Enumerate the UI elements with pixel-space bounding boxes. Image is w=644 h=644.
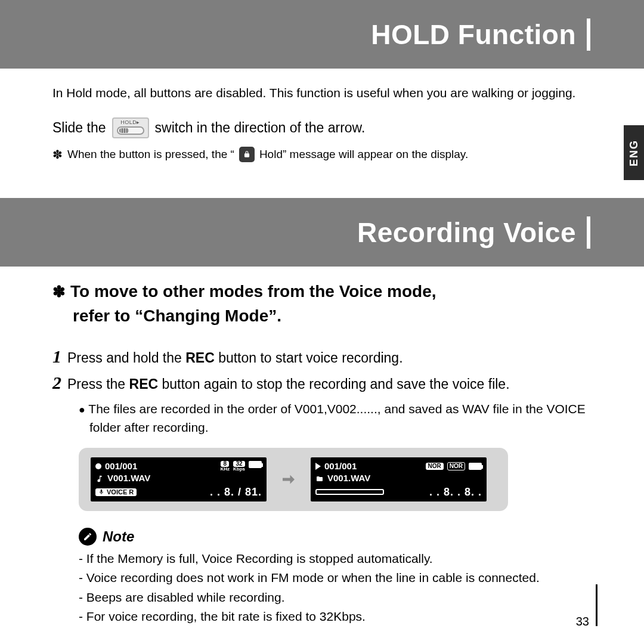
step-number: 2 <box>52 373 61 393</box>
slide-text-before: Slide the <box>52 120 106 136</box>
step-text: Press the REC button again to stop the r… <box>67 374 510 395</box>
folder-icon <box>315 475 324 482</box>
elapsed-time: . . 8. . 8. . <box>429 485 482 499</box>
track-counter: 001/001 <box>105 461 137 472</box>
microphone-icon <box>98 488 104 496</box>
note-item: If the Memory is full, Voice Recording i… <box>79 549 592 569</box>
track-counter: 001/001 <box>324 461 357 472</box>
crossref-line2: refer to “Changing Mode”. <box>73 304 592 329</box>
note-heading: Note <box>79 528 592 546</box>
slide-text-after: switch in the direction of the arrow. <box>155 120 366 136</box>
subnote-before: When the button is pressed, the “ <box>67 148 234 161</box>
section-title: Recording Voice <box>357 216 576 249</box>
hold-subnote: ✽ When the button is pressed, the “ Hold… <box>52 147 592 162</box>
step-number: 1 <box>52 346 61 367</box>
note-item: Voice recording does not work in FM mode… <box>79 568 592 588</box>
page-number: 33 <box>576 615 589 628</box>
nor-badge-inverse: NOR <box>447 462 465 471</box>
hold-intro-text: In Hold mode, all buttons are disabled. … <box>52 84 592 102</box>
lcd-screen-recording: 001/001 8KHz 32Kbps V001.WAV <box>91 457 267 501</box>
section-header-hold: HOLD Function <box>0 0 644 69</box>
hold-switch-icon: HOLD▸ <box>112 117 149 138</box>
subnote-after: Hold” message will appear on the display… <box>259 148 468 161</box>
pencil-circle-icon <box>79 528 97 546</box>
language-label: ENG <box>628 140 640 166</box>
progress-bar <box>315 489 384 495</box>
bullet-icon: ● <box>79 404 85 416</box>
play-icon <box>315 463 321 470</box>
lcd-screen-playback: 001/001 NOR NOR V001.WAV . . <box>311 457 487 501</box>
note-item: Beeps are disabled while recording. <box>79 588 592 608</box>
lcd-preview: 001/001 8KHz 32Kbps V001.WAV <box>79 448 508 511</box>
header-divider <box>587 216 590 249</box>
asterisk-icon: ✽ <box>52 147 63 162</box>
crossref-line1: To move to other modes from the Voice mo… <box>70 282 436 301</box>
margin-rule <box>596 584 597 626</box>
filename: V001.WAV <box>327 473 370 484</box>
elapsed-time: . . 8. / 81. <box>210 485 262 499</box>
cross-reference: ✽To move to other modes from the Voice m… <box>52 280 592 328</box>
battery-icon <box>249 461 262 468</box>
hold-switch-label: HOLD▸ <box>120 120 140 125</box>
step-2: 2 Press the REC button again to stop the… <box>52 373 592 395</box>
section-header-recording: Recording Voice <box>0 198 644 267</box>
step-list: 1 Press and hold the REC button to start… <box>52 346 592 395</box>
bitrate-readout: 8KHz 32Kbps <box>220 461 262 472</box>
music-note-icon <box>95 475 104 483</box>
asterisk-icon: ✽ <box>52 283 66 301</box>
header-divider <box>587 18 590 51</box>
note-label: Note <box>103 528 134 545</box>
note-item: For voice recording, the bit rate is fix… <box>79 607 592 627</box>
nor-badge: NOR <box>426 463 444 470</box>
note-list: If the Memory is full, Voice Recording i… <box>79 549 592 627</box>
battery-icon <box>469 463 482 470</box>
step-text: Press and hold the REC button to start v… <box>67 348 403 369</box>
section-title: HOLD Function <box>371 18 576 51</box>
language-tab: ENG <box>624 125 644 180</box>
voice-mode-badge: VOICE R <box>95 488 137 497</box>
filename: V001.WAV <box>107 473 150 484</box>
file-order-note: ● The files are recorded in the order of… <box>79 400 592 437</box>
record-dot-icon <box>95 463 101 469</box>
step-1: 1 Press and hold the REC button to start… <box>52 346 592 369</box>
slide-instruction: Slide the HOLD▸ switch in the direction … <box>52 117 592 138</box>
arrow-right-icon <box>278 470 299 488</box>
lock-icon <box>239 147 255 162</box>
